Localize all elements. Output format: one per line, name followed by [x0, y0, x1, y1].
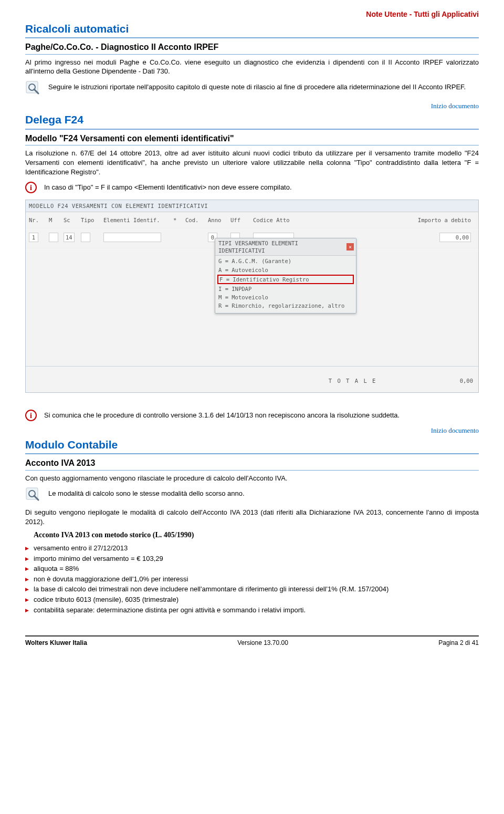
- delega-paragraph: La risoluzione n. 67/E del 14 ottobre 20…: [25, 149, 479, 176]
- delega-info-note: In caso di "Tipo" = F il campo <Elementi…: [44, 183, 479, 192]
- col-sc: Sc: [64, 216, 77, 224]
- cell-sc[interactable]: 14: [64, 233, 75, 242]
- section-modulo-title: Modulo Contabile: [25, 437, 479, 454]
- col-elementi: Elementi Identif.: [103, 216, 169, 224]
- popup-item-r[interactable]: R = Rimorchio, regolarizzazione, altro: [218, 301, 353, 310]
- total-value: 0,00: [460, 378, 473, 384]
- col-importo: Importo a debito: [304, 216, 475, 224]
- acconto-subheading: Acconto IVA 2013 con metodo storico (L. …: [34, 530, 479, 540]
- col-codice-atto: Codice Atto: [253, 216, 300, 224]
- footer-right: Pagina 2 di 41: [438, 639, 479, 647]
- section-ricalcoli-title: Ricalcoli automatici: [25, 22, 479, 38]
- cell-elementi[interactable]: [103, 233, 161, 242]
- f24-screenshot: MODELLO F24 VERSAMENTI CON ELEMENTI IDEN…: [25, 200, 479, 393]
- popup-item-a[interactable]: A = Autoveicolo: [218, 266, 353, 274]
- cell-tipo[interactable]: [81, 233, 90, 242]
- inizio-link-2[interactable]: Inizio documento: [25, 426, 479, 435]
- f24-panel-title: MODELLO F24 VERSAMENTI CON ELEMENTI IDEN…: [26, 200, 478, 212]
- section-modulo-subtitle: Acconto IVA 2013: [25, 457, 479, 471]
- col-tipo: Tipo: [81, 216, 99, 224]
- col-anno: Anno: [208, 216, 226, 224]
- ricalcoli-note: Seguire le istruzioni riportate nell'app…: [48, 82, 479, 92]
- info-icon: i: [25, 410, 38, 421]
- svg-text:i: i: [30, 412, 32, 420]
- svg-text:i: i: [30, 184, 32, 192]
- close-icon[interactable]: ×: [346, 243, 354, 251]
- col-star: *: [173, 216, 181, 224]
- cell-m[interactable]: [49, 233, 58, 242]
- popup-item-m[interactable]: M = Motoveicolo: [218, 293, 353, 301]
- bullet-list: versamento entro il 27/12/2013 importo m…: [34, 544, 479, 614]
- bullet-6: codice tributo 6013 (mensile), 6035 (tri…: [34, 595, 479, 604]
- bullet-4: non è dovuta maggiorazione dell'1,0% per…: [34, 575, 479, 584]
- col-uff: Uff: [230, 216, 249, 224]
- modulo-note: Le modalità di calcolo sono le stesse mo…: [48, 489, 479, 498]
- inizio-link-1[interactable]: Inizio documento: [25, 101, 479, 111]
- bullet-2: importo minimo del versamento = € 103,29: [34, 554, 479, 563]
- magnifier-icon: [25, 487, 42, 504]
- footer-center: Versione 13.70.00: [237, 639, 288, 647]
- modulo-p1: Con questo aggiornamento vengono rilasci…: [25, 474, 479, 483]
- section-delega-subtitle: Modello "F24 Versamenti con elementi ide…: [25, 133, 479, 146]
- popup-item-f[interactable]: F = Identificativo Registro: [217, 275, 354, 284]
- bullet-1: versamento entro il 27/12/2013: [34, 544, 479, 553]
- bullet-5: la base di calcolo dei trimestrali non d…: [34, 585, 479, 594]
- tipo-popup: TIPI VERSAMENTO ELEMENTI IDENTIFICATIVI …: [215, 238, 356, 314]
- section-delega-title: Delega F24: [25, 112, 479, 129]
- total-label: T O T A L E: [329, 378, 377, 384]
- version-note: Si comunica che le procedure di controll…: [44, 411, 479, 420]
- magnifier-icon: [25, 80, 42, 97]
- popup-item-i[interactable]: I = INPDAP: [218, 285, 353, 293]
- page-footer: Wolters Kluwer Italia Versione 13.70.00 …: [25, 636, 479, 647]
- col-m: M: [49, 216, 59, 224]
- bullet-3: aliquota = 88%: [34, 564, 479, 573]
- cell-nr[interactable]: 1: [29, 233, 38, 242]
- footer-left: Wolters Kluwer Italia: [25, 639, 87, 647]
- popup-title-text: TIPI VERSAMENTO ELEMENTI IDENTIFICATIVI: [218, 239, 346, 254]
- col-nr: Nr.: [29, 216, 45, 224]
- info-icon: i: [25, 182, 38, 193]
- col-cod: Cod.: [185, 216, 204, 224]
- section-ricalcoli-subtitle: Paghe/Co.Co.Co. - Diagnostico II Acconto…: [25, 41, 479, 55]
- header-note: Note Utente - Tutti gli Applicativi: [25, 9, 479, 19]
- bullet-7: contabilità separate: determinazione dis…: [34, 606, 479, 615]
- f24-header-row: Nr. M Sc Tipo Elementi Identif. * Cod. A…: [26, 212, 478, 228]
- modulo-p2: Di seguito vengono riepilogate le modali…: [25, 508, 479, 526]
- popup-item-g[interactable]: G = A.G.C.M. (Garante): [218, 257, 353, 265]
- cell-importo[interactable]: 0,00: [439, 233, 471, 242]
- ricalcoli-paragraph: Al primo ingresso nei moduli Paghe e Co.…: [25, 58, 479, 76]
